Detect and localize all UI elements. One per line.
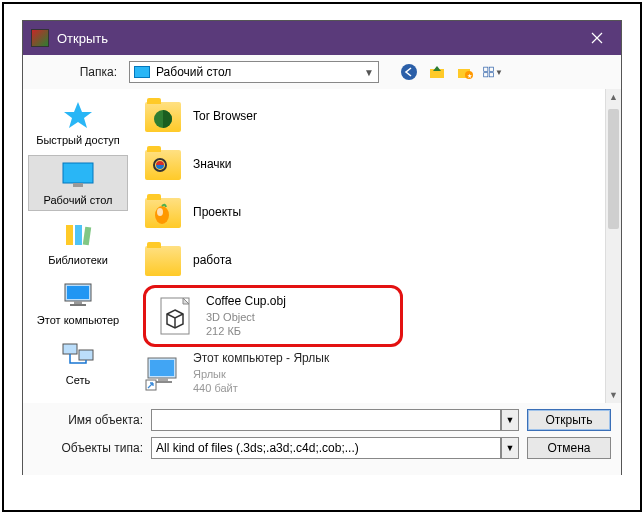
file-name: Tor Browser: [193, 109, 257, 125]
svg-point-22: [155, 206, 169, 224]
dialog-body: Быстрый доступ Рабочий стол Библиотеки Э…: [23, 89, 621, 403]
scrollbar-thumb[interactable]: [608, 109, 619, 229]
desktop-icon: [61, 161, 95, 189]
new-folder-button[interactable]: ★: [455, 62, 475, 82]
shortcut-icon: [144, 354, 182, 392]
folder-combo[interactable]: Рабочий стол ▼: [129, 61, 379, 83]
close-icon: [591, 32, 603, 44]
view-menu-button[interactable]: ▼: [483, 62, 503, 82]
window-title: Открыть: [57, 31, 573, 46]
svg-rect-6: [489, 67, 493, 71]
star-icon: [62, 100, 94, 130]
svg-rect-26: [150, 360, 174, 376]
svg-text:★: ★: [467, 73, 472, 79]
view-icon: [483, 64, 494, 80]
sidebar-item-network[interactable]: Сеть: [28, 335, 128, 391]
sidebar-item-label: Сеть: [66, 374, 90, 386]
svg-rect-12: [75, 225, 82, 245]
toolbar: Папка: Рабочий стол ▼ ★ ▼: [23, 55, 621, 89]
folder-label: Папка:: [33, 65, 123, 79]
titlebar: Открыть: [23, 21, 621, 55]
obj-file-icon: [157, 296, 195, 336]
sidebar-item-label: Быстрый доступ: [36, 134, 120, 146]
svg-rect-15: [67, 286, 89, 299]
svg-point-23: [157, 208, 163, 216]
list-item[interactable]: Tor Browser: [137, 93, 613, 141]
back-icon: [400, 63, 418, 81]
list-item[interactable]: работа: [137, 237, 613, 285]
chevron-down-icon: ▼: [506, 415, 515, 425]
svg-point-0: [401, 64, 417, 80]
file-list: Tor Browser Значки Проекты работа: [133, 89, 621, 403]
sidebar-item-libraries[interactable]: Библиотеки: [28, 215, 128, 271]
back-button[interactable]: [399, 62, 419, 82]
svg-rect-19: [79, 350, 93, 360]
svg-rect-8: [489, 73, 493, 77]
svg-rect-5: [484, 67, 488, 71]
open-button[interactable]: Открыть: [527, 409, 611, 431]
filetype-label: Объекты типа:: [33, 441, 143, 455]
list-item[interactable]: Этот компьютер - Ярлык Ярлык 440 байт: [137, 347, 613, 399]
svg-rect-18: [63, 344, 77, 354]
scroll-down-icon[interactable]: ▼: [606, 387, 621, 403]
filetype-dropdown-button[interactable]: ▼: [501, 437, 519, 459]
svg-rect-13: [83, 227, 91, 246]
file-type: 3D Object: [206, 310, 286, 324]
svg-rect-7: [484, 73, 488, 77]
folder-icon: [145, 102, 181, 132]
list-item[interactable]: Проекты: [137, 189, 613, 237]
up-button[interactable]: [427, 62, 447, 82]
libraries-icon: [62, 221, 94, 249]
list-item[interactable]: Значки: [137, 141, 613, 189]
file-name: работа: [193, 253, 232, 269]
highlighted-item: Coffee Cup.obj 3D Object 212 КБ: [143, 285, 403, 347]
new-folder-icon: ★: [456, 63, 474, 81]
close-button[interactable]: [573, 21, 621, 55]
chevron-down-icon: ▼: [495, 68, 503, 77]
desktop-icon: [134, 66, 150, 78]
app-icon: [31, 29, 49, 47]
svg-rect-9: [63, 163, 93, 183]
file-name: Значки: [193, 157, 232, 173]
up-folder-icon: [428, 63, 446, 81]
computer-icon: [61, 281, 95, 309]
chevron-down-icon: ▼: [364, 67, 374, 78]
cancel-button[interactable]: Отмена: [527, 437, 611, 459]
folder-combo-value: Рабочий стол: [156, 65, 231, 79]
open-dialog: Открыть Папка: Рабочий стол ▼ ★ ▼: [22, 20, 622, 475]
filename-dropdown-button[interactable]: ▼: [501, 409, 519, 431]
sidebar-item-label: Этот компьютер: [37, 314, 119, 326]
file-type: Ярлык: [193, 367, 329, 381]
filetype-combo[interactable]: [151, 437, 501, 459]
list-item[interactable]: Coffee Cup.obj 3D Object 212 КБ: [150, 290, 396, 342]
chevron-down-icon: ▼: [506, 443, 515, 453]
svg-rect-27: [158, 378, 168, 381]
scrollbar[interactable]: ▲ ▼: [605, 89, 621, 403]
svg-rect-10: [73, 183, 83, 187]
network-icon: [61, 341, 95, 369]
svg-rect-16: [74, 301, 82, 304]
toolbar-icons: ★ ▼: [399, 62, 503, 82]
svg-rect-11: [66, 225, 73, 245]
scroll-up-icon[interactable]: ▲: [606, 89, 621, 105]
filename-input[interactable]: [151, 409, 501, 431]
filename-label: Имя объекта:: [33, 413, 143, 427]
file-name: Проекты: [193, 205, 241, 221]
bottom-panel: Имя объекта: ▼ Открыть Объекты типа: ▼ О…: [23, 403, 621, 475]
folder-icon: [145, 246, 181, 276]
folder-icon: [145, 198, 181, 228]
svg-rect-17: [70, 304, 86, 306]
sidebar-item-label: Библиотеки: [48, 254, 108, 266]
sidebar-item-this-pc[interactable]: Этот компьютер: [28, 275, 128, 331]
file-name: Coffee Cup.obj: [206, 294, 286, 310]
sidebar-item-label: Рабочий стол: [43, 194, 112, 206]
svg-rect-28: [154, 381, 172, 383]
file-size: 440 байт: [193, 381, 329, 395]
sidebar-item-desktop[interactable]: Рабочий стол: [28, 155, 128, 211]
sidebar-item-quick-access[interactable]: Быстрый доступ: [28, 95, 128, 151]
file-size: 212 КБ: [206, 324, 286, 338]
file-name: Этот компьютер - Ярлык: [193, 351, 329, 367]
folder-icon: [145, 150, 181, 180]
places-sidebar: Быстрый доступ Рабочий стол Библиотеки Э…: [23, 89, 133, 403]
